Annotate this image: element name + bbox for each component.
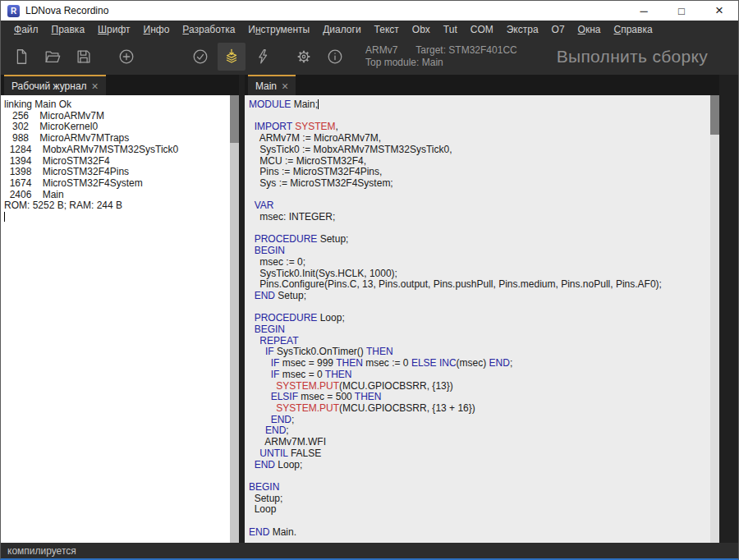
tab-close-icon[interactable]: × <box>92 80 99 93</box>
menu-item-Окна[interactable]: Окна <box>571 24 608 35</box>
build-button[interactable] <box>218 43 246 71</box>
arch-label: ARMv7 <box>365 44 397 56</box>
build-target-info: ARMv7Target: STM32F401CC Top module: Mai… <box>365 44 517 69</box>
menu-item-O7[interactable]: O7 <box>545 24 571 35</box>
add-circle-icon <box>117 48 135 66</box>
settings-button[interactable] <box>290 43 318 71</box>
status-text: компилируется <box>7 545 76 557</box>
menubar-items: ФайлПравкаШрифтИнфоРазработкаИнструменты… <box>1 21 738 38</box>
log-line: 1284 MobxARMv7MSTM32SysTick0 <box>4 145 227 156</box>
new-file-button[interactable] <box>7 43 35 71</box>
code-line <box>249 190 708 201</box>
app-logo-icon: R <box>7 5 20 17</box>
log-line: 1394 MicroSTM32F4 <box>4 156 227 168</box>
code-scrollbar[interactable] <box>710 95 719 543</box>
menu-item-Текст[interactable]: Текст <box>368 24 406 35</box>
code-line: msec := 0; <box>249 257 708 269</box>
add-button[interactable] <box>112 43 140 71</box>
check-button[interactable] <box>186 43 214 71</box>
menu-item-Tut[interactable]: Tut <box>437 24 464 35</box>
log-editor-area[interactable]: linking Main Ok 256 MicroARMv7M 302 Micr… <box>1 95 239 543</box>
menu-item-Разработка[interactable]: Разработка <box>176 24 241 35</box>
menu-item-Справка[interactable]: Справка <box>608 24 659 35</box>
text-cursor <box>318 99 319 109</box>
code-line: END; <box>249 415 708 426</box>
log-line: 302 MicroKernel0 <box>4 122 227 133</box>
code-scrollbar-thumb[interactable] <box>710 95 719 135</box>
target-label: Target: STM32F401CC <box>415 44 516 56</box>
build-layers-icon <box>223 48 241 66</box>
open-folder-button[interactable] <box>39 43 67 71</box>
tab-label: Main <box>255 80 277 92</box>
code-line: Pins := MicroSTM32F4Pins, <box>249 167 708 178</box>
log-line: linking Main Ok <box>4 99 227 111</box>
menu-item-Правка[interactable]: Правка <box>45 24 92 35</box>
toolbar: ARMv7Target: STM32F401CC Top module: Mai… <box>1 38 738 75</box>
maximize-button[interactable]: □ <box>663 1 700 21</box>
minimize-button[interactable]: ─ <box>625 1 663 21</box>
code-line: PROCEDURE Setup; <box>249 234 708 246</box>
code-line: ARMv7M := MicroARMv7M, <box>249 133 708 145</box>
run-build-action[interactable]: Выполнить сборку <box>557 47 708 67</box>
code-editor-area[interactable]: MODULE Main; IMPORT SYSTEM, ARMv7M := Mi… <box>245 95 719 543</box>
log-tabstrip: Рабочий журнал × <box>1 75 239 95</box>
pane-divider <box>239 75 245 543</box>
info-button[interactable] <box>321 43 349 71</box>
code-line: SYSTEM.PUT(MCU.GPIOCBSRR, {13 + 16}) <box>249 403 708 415</box>
code-line: END; <box>249 425 708 437</box>
code-line: SysTick0 := MobxARMv7MSTM32SysTick0, <box>249 145 708 156</box>
code-line: ELSIF msec = 500 THEN <box>249 392 708 403</box>
log-line: ROM: 5252 B; RAM: 244 B <box>4 200 227 212</box>
menu-item-COM[interactable]: COM <box>464 24 500 35</box>
code-panel: Main × MODULE Main; IMPORT SYSTEM, ARMv7… <box>245 75 719 543</box>
log-scrollbar[interactable] <box>230 95 239 543</box>
new-file-icon <box>12 48 30 66</box>
code-line: Loop <box>249 504 708 516</box>
code-line <box>249 111 708 122</box>
lightning-icon <box>254 48 272 66</box>
code-line: IF msec = 0 THEN <box>249 370 708 381</box>
code-line: VAR <box>249 200 708 212</box>
window-title: LDNova Recordino <box>25 5 108 16</box>
code-tabstrip: Main × <box>245 75 719 95</box>
log-line: 1674 MicroSTM32F4System <box>4 178 227 190</box>
log-line: 988 MicroARMv7MTraps <box>4 133 227 145</box>
titlebar: R LDNova Recordino ─ □ × <box>1 1 738 21</box>
menu-item-Файл[interactable]: Файл <box>7 24 45 35</box>
code-line: UNTIL FALSE <box>249 448 708 460</box>
code-line <box>249 302 708 314</box>
settings-gear-icon <box>295 48 313 66</box>
menu-item-Экстра[interactable]: Экстра <box>500 24 545 35</box>
save-button[interactable] <box>70 43 98 71</box>
code-line: msec: INTEGER; <box>249 212 708 223</box>
code-line <box>249 516 708 527</box>
app-window: R LDNova Recordino ─ □ × ФайлПравкаШрифт… <box>0 0 739 560</box>
log-line: 1398 MicroSTM32F4Pins <box>4 167 227 178</box>
code-line: BEGIN <box>249 324 708 336</box>
open-folder-icon <box>44 48 62 66</box>
close-button[interactable]: × <box>700 1 738 21</box>
log-panel: Рабочий журнал × linking Main Ok 256 Mic… <box>1 75 239 543</box>
menu-item-Диалоги[interactable]: Диалоги <box>316 24 367 35</box>
tab-close-icon[interactable]: × <box>282 80 288 93</box>
code-line: IF msec = 999 THEN msec := 0 ELSE INC(ms… <box>249 358 708 370</box>
menu-item-Инструменты[interactable]: Инструменты <box>241 24 316 35</box>
log-text: linking Main Ok 256 MicroARMv7M 302 Micr… <box>1 95 239 223</box>
run-button[interactable] <box>249 43 277 71</box>
code-line: Sys := MicroSTM32F4System; <box>249 178 708 190</box>
window-controls: ─ □ × <box>625 1 738 21</box>
menu-item-Инфо[interactable]: Инфо <box>137 24 177 35</box>
tab-main-module[interactable]: Main × <box>248 75 296 95</box>
code-line: SYSTEM.PUT(MCU.GPIOCBSRR, {13}) <box>249 381 708 392</box>
code-line: MCU := MicroSTM32F4, <box>249 156 708 168</box>
main-content: Рабочий журнал × linking Main Ok 256 Mic… <box>1 75 738 543</box>
save-icon <box>75 48 93 66</box>
statusbar: компилируется <box>1 543 738 558</box>
tab-work-log[interactable]: Рабочий журнал × <box>4 75 106 95</box>
code-line: BEGIN <box>249 246 708 257</box>
tab-label: Рабочий журнал <box>11 80 87 92</box>
menu-item-Шрифт[interactable]: Шрифт <box>91 24 136 35</box>
menu-item-Obx[interactable]: Obx <box>406 24 437 35</box>
log-line: 256 MicroARMv7M <box>4 111 227 122</box>
log-scrollbar-thumb[interactable] <box>230 95 239 143</box>
